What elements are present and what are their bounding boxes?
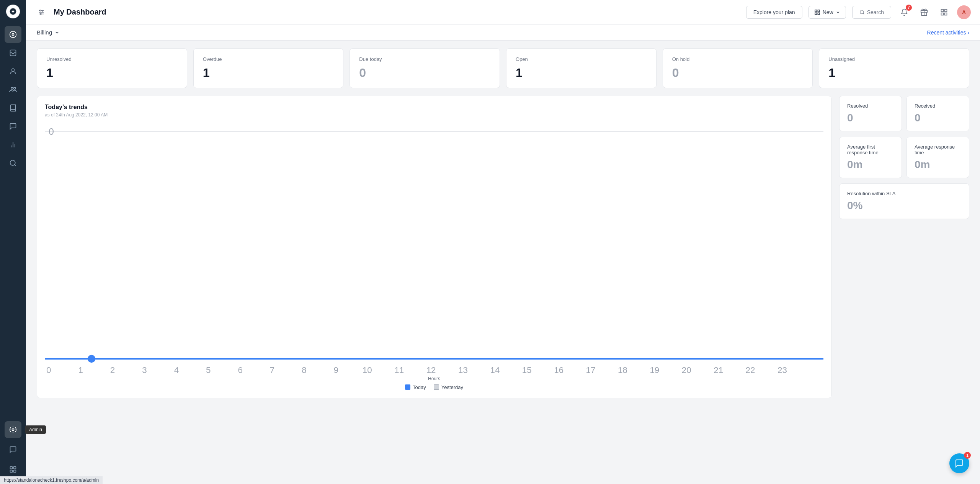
svg-text:5: 5 [206,365,211,374]
today-label: Today [413,384,426,390]
stat-label-4: On hold [672,56,804,62]
legend-yesterday: Yesterday [434,384,463,390]
yesterday-dot [434,384,439,390]
stat-card-overdue[interactable]: Overdue 1 [193,48,344,88]
sidebar-item-conversations[interactable] [5,118,21,135]
filter-icon[interactable] [35,6,47,18]
stat-value-0: 1 [46,66,178,80]
svg-text:23: 23 [777,365,787,374]
stat-label-1: Overdue [203,56,334,62]
svg-text:11: 11 [394,365,404,374]
svg-text:16: 16 [554,365,564,374]
sidebar: Admin [0,0,26,484]
svg-rect-16 [14,470,16,473]
logo[interactable] [6,5,20,18]
stat-card-open[interactable]: Open 1 [506,48,657,88]
sidebar-item-groups[interactable] [5,81,21,98]
svg-rect-15 [10,470,13,473]
url-bar: https://standalonecheck1.freshpo.com/a/a… [0,476,103,484]
sidebar-item-knowledge[interactable] [5,100,21,116]
sidebar-item-insights[interactable] [5,155,21,172]
chart-wrapper: 0 0 1 2 3 4 5 6 7 8 [45,124,823,374]
svg-point-6 [14,87,16,89]
received-label: Received [915,103,961,109]
svg-text:15: 15 [522,365,532,374]
svg-rect-13 [10,467,13,469]
metric-first-response: Average first response time 0m [839,137,902,178]
svg-text:3: 3 [142,365,147,374]
svg-point-22 [40,13,41,15]
search-button[interactable]: Search [852,6,891,19]
stat-card-due-today[interactable]: Due today 0 [350,48,500,88]
page-title: My Dashboard [54,8,740,16]
avg-response-value: 0m [915,159,961,171]
hours-label: Hours [45,376,823,381]
svg-text:12: 12 [426,365,436,374]
svg-line-28 [863,13,864,14]
sidebar-item-chat[interactable] [5,441,21,458]
svg-point-10 [10,160,15,165]
sla-label: Resolution within SLA [847,191,961,196]
dashboard-button[interactable] [937,5,951,19]
recent-activities-link[interactable]: Recent activities › [927,29,969,36]
svg-text:22: 22 [746,365,755,374]
topbar: My Dashboard Explore your plan New Searc… [26,0,980,25]
sidebar-item-admin[interactable]: Admin [5,421,21,438]
billing-dropdown-button[interactable]: Billing [37,29,60,36]
metric-resolved: Resolved 0 [839,96,902,131]
svg-rect-31 [941,9,944,11]
sla-value: 0% [847,199,961,212]
svg-rect-24 [818,10,820,12]
metric-avg-response: Average response time 0m [906,137,969,178]
notification-badge: 7 [906,5,912,11]
yesterday-label: Yesterday [441,384,463,390]
stat-label-2: Due today [359,56,490,62]
new-label: New [823,9,833,15]
chart-area: Today's trends as of 24th Aug 2022, 12:0… [37,96,831,398]
svg-text:0: 0 [49,126,54,137]
float-chat-button[interactable]: 1 [949,453,969,473]
stat-card-on-hold[interactable]: On hold 0 [663,48,813,88]
svg-text:1: 1 [78,365,83,374]
billing-bar: Billing Recent activities › [26,25,980,41]
stat-label-3: Open [516,56,647,62]
svg-text:19: 19 [650,365,659,374]
stat-card-unresolved[interactable]: Unresolved 1 [37,48,187,88]
main-area: My Dashboard Explore your plan New Searc… [26,0,980,484]
sidebar-item-apps[interactable] [5,461,21,478]
sidebar-item-inbox[interactable] [5,44,21,61]
svg-rect-25 [815,13,817,15]
sidebar-item-home[interactable] [5,26,21,43]
stat-card-unassigned[interactable]: Unassigned 1 [819,48,969,88]
svg-rect-32 [945,9,947,11]
new-button[interactable]: New [808,6,846,19]
user-avatar[interactable]: A [957,5,971,19]
svg-point-27 [860,10,863,13]
trend-chart: 0 0 1 2 3 4 5 6 7 8 [45,124,823,374]
svg-rect-33 [941,13,944,15]
metrics-row-middle: Average first response time 0m Average r… [839,137,969,183]
content-area: Billing Recent activities › Unresolved 1… [26,25,980,484]
sidebar-item-contacts[interactable] [5,63,21,80]
svg-text:4: 4 [174,365,179,374]
svg-point-5 [11,87,13,89]
notifications-button[interactable]: 7 [897,5,911,19]
svg-text:0: 0 [46,365,51,374]
resolved-label: Resolved [847,103,894,109]
stat-label-0: Unresolved [46,56,178,62]
explore-plan-button[interactable]: Explore your plan [746,6,802,19]
legend-today: Today [405,384,426,390]
svg-text:14: 14 [490,365,500,374]
svg-text:2: 2 [110,365,115,374]
svg-text:13: 13 [458,365,468,374]
svg-rect-23 [815,10,817,12]
sidebar-item-reports[interactable] [5,136,21,153]
resolved-value: 0 [847,112,894,124]
svg-text:10: 10 [363,365,372,374]
svg-rect-14 [14,467,16,469]
metrics-row-top: Resolved 0 Received 0 [839,96,969,136]
first-response-value: 0m [847,159,894,171]
gifts-button[interactable] [917,5,931,19]
svg-text:21: 21 [714,365,723,374]
received-value: 0 [915,112,961,124]
